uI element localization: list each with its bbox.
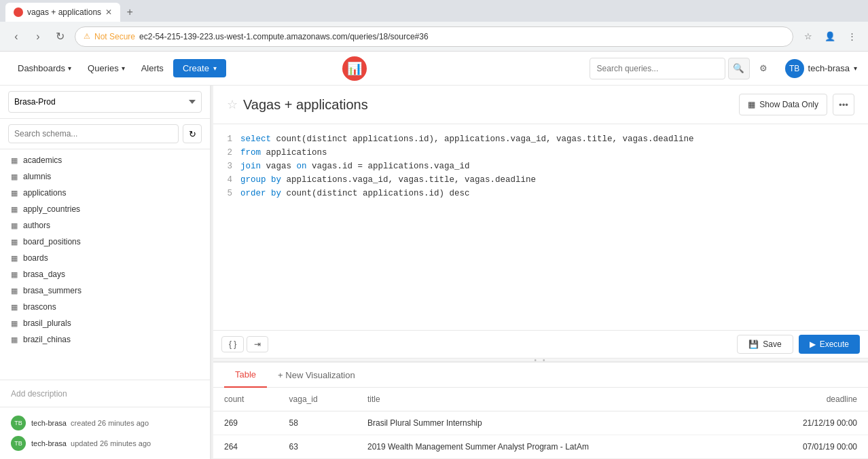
tab-title: vagas + applications <box>27 7 101 17</box>
line-content: order by count(distinct applications.id)… <box>240 187 470 200</box>
forward-button[interactable]: › <box>29 27 48 46</box>
schema-search-input[interactable] <box>8 124 179 143</box>
table-name: brasa_days <box>23 270 65 279</box>
profile-button[interactable]: 👤 <box>820 27 839 46</box>
dashboards-chevron-icon: ▾ <box>68 65 71 72</box>
queries-chevron-icon: ▾ <box>122 65 125 72</box>
queries-label: Queries <box>88 63 119 73</box>
main-nav: Dashboards ▾ Queries ▾ Alerts Create ▾ <box>11 59 226 77</box>
table-tab-label: Table <box>235 369 256 380</box>
tab-table[interactable]: Table <box>224 363 267 388</box>
reload-button[interactable]: ↻ <box>50 27 69 46</box>
warning-icon: ⚠ <box>84 32 90 41</box>
search-input[interactable] <box>590 58 725 79</box>
url-text: ec2-54-215-139-223.us-west-1.compute.ama… <box>139 32 429 41</box>
code-editor[interactable]: 1 select count(distinct applications.id)… <box>213 124 868 330</box>
table-item-applications[interactable]: ▦ applications <box>0 185 210 201</box>
query-title-bar: ☆ Vagas + applications ▦ Show Data Only … <box>213 86 868 124</box>
menu-button[interactable]: ⋮ <box>842 27 861 46</box>
activity-avatar: TB <box>11 436 26 451</box>
sidebar-footer: Add description <box>0 380 210 407</box>
cell-deadline: 07/01/19 00:00 <box>749 435 868 459</box>
table-grid-icon: ▦ <box>11 335 18 344</box>
col-header-vaga-id: vaga_id <box>278 388 357 411</box>
line-number: 1 <box>213 132 240 146</box>
tab-new-visualization[interactable]: + New Visualization <box>267 363 366 387</box>
cell-vaga-id: 58 <box>278 411 357 435</box>
table-name: applications <box>23 188 66 198</box>
table-item-brazil-chinas[interactable]: ▦ brazil_chinas <box>0 331 210 348</box>
browser-nav-buttons: ‹ › ↻ <box>7 27 69 46</box>
table-grid-icon: ▦ <box>11 303 18 312</box>
table-item-boards[interactable]: ▦ boards <box>0 250 210 266</box>
add-description[interactable]: Add description <box>11 389 67 399</box>
page-title: Vagas + applications <box>243 97 368 113</box>
nav-queries[interactable]: Queries ▾ <box>81 59 132 77</box>
col-header-count: count <box>213 388 278 411</box>
search-icon: 🔍 <box>733 63 744 73</box>
table-name: brascons <box>23 302 56 312</box>
show-data-only-button[interactable]: ▦ Show Data Only <box>739 94 827 115</box>
line-content: group by applications.vaga_id, vagas.tit… <box>240 173 536 187</box>
table-header-row: count vaga_id title deadline <box>213 388 868 411</box>
more-options-button[interactable]: ••• <box>833 94 854 115</box>
create-button[interactable]: Create ▾ <box>173 59 226 77</box>
save-label: Save <box>763 339 781 349</box>
table-item-alumnis[interactable]: ▦ alumnis <box>0 168 210 185</box>
address-bar[interactable]: ⚠ Not Secure ec2-54-215-139-223.us-west-… <box>75 26 793 47</box>
search-area: 🔍 ⚙ <box>590 58 774 79</box>
favorite-star-icon[interactable]: ☆ <box>227 97 238 112</box>
results-tabs: Table + New Visualization <box>213 363 868 388</box>
table-list: ▦ academics ▦ alumnis ▦ applications ▦ a… <box>0 149 210 380</box>
editor-actions: 💾 Save ▶ Execute <box>737 335 860 354</box>
nav-alerts[interactable]: Alerts <box>134 59 170 77</box>
table-name: authors <box>23 221 50 230</box>
create-chevron-icon: ▾ <box>213 65 217 72</box>
execute-button[interactable]: ▶ Execute <box>799 335 860 354</box>
schema-refresh-button[interactable]: ↻ <box>183 124 202 143</box>
table-grid-icon: ▦ <box>11 205 18 214</box>
editor-toolbar: { } ⇥ 💾 Save ▶ Execute <box>213 330 868 358</box>
table-grid-icon: ▦ <box>11 156 18 165</box>
table-item-academics[interactable]: ▦ academics <box>0 152 210 168</box>
bookmark-button[interactable]: ☆ <box>799 27 818 46</box>
results-table: count vaga_id title deadline 269 58 Bras… <box>213 388 868 459</box>
table-item-brasa-summers[interactable]: ▦ brasa_summers <box>0 282 210 299</box>
cell-vaga-id: 63 <box>278 435 357 459</box>
table-item-brascons[interactable]: ▦ brascons <box>0 299 210 315</box>
nav-dashboards[interactable]: Dashboards ▾ <box>11 59 78 77</box>
table-item-brasa-days[interactable]: ▦ brasa_days <box>0 266 210 282</box>
code-line-5: 5 order by count(distinct applications.i… <box>213 187 868 200</box>
table-grid-icon: ▦ <box>11 319 18 328</box>
filter-button[interactable]: ⚙ <box>753 58 774 79</box>
search-button[interactable]: 🔍 <box>728 58 750 79</box>
activity-item-created: TB tech-brasa created 26 minutes ago <box>11 413 199 433</box>
tab-close-icon[interactable]: ✕ <box>105 7 112 17</box>
table-grid-icon: ▦ <box>11 254 18 263</box>
table-name: brasa_summers <box>23 286 82 295</box>
query-title-area: ☆ Vagas + applications <box>227 97 368 113</box>
browser-action-buttons: ☆ 👤 ⋮ <box>799 27 861 46</box>
table-item-apply-countries[interactable]: ▦ apply_countries <box>0 201 210 217</box>
main-layout: Brasa-Prod ↻ ▦ academics ▦ alumnis ▦ app… <box>0 86 868 459</box>
cell-title: 2019 Wealth Management Summer Analyst Pr… <box>357 435 749 459</box>
save-button[interactable]: 💾 Save <box>737 335 793 354</box>
active-tab[interactable]: vagas + applications ✕ <box>5 3 120 22</box>
indent-button[interactable]: ⇥ <box>247 336 268 352</box>
database-select[interactable]: Brasa-Prod <box>8 91 202 113</box>
table-item-board-positions[interactable]: ▦ board_positions <box>0 234 210 250</box>
format-button[interactable]: { } <box>221 336 244 352</box>
browser-tabs: vagas + applications ✕ + <box>0 0 868 22</box>
col-header-deadline: deadline <box>749 388 868 411</box>
table-row: 264 63 2019 Wealth Management Summer Ana… <box>213 435 868 459</box>
more-icon: ••• <box>839 100 848 110</box>
table-item-brasil-plurals[interactable]: ▦ brasil_plurals <box>0 315 210 331</box>
code-line-4: 4 group by applications.vaga_id, vagas.t… <box>213 173 868 187</box>
table-item-authors[interactable]: ▦ authors <box>0 217 210 234</box>
code-line-2: 2 from applications <box>213 146 868 160</box>
format-icon: { } <box>229 339 236 349</box>
editor-tools: { } ⇥ <box>221 336 268 352</box>
back-button[interactable]: ‹ <box>7 27 26 46</box>
user-menu[interactable]: TB tech-brasa ▾ <box>785 59 857 78</box>
new-tab-button[interactable]: + <box>120 3 139 22</box>
